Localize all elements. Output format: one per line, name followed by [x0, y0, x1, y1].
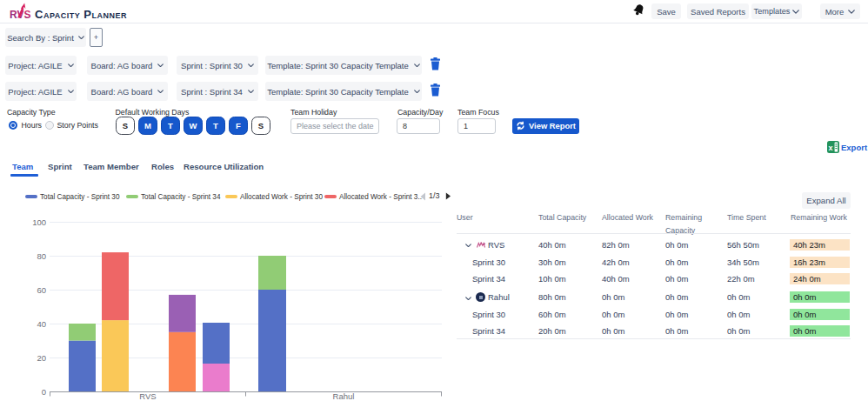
svg-text:100: 100: [32, 217, 46, 227]
svg-text:80: 80: [37, 251, 46, 261]
svg-text:0: 0: [42, 387, 46, 397]
svg-text:20: 20: [37, 353, 46, 363]
svg-text:60: 60: [37, 285, 46, 295]
svg-text:x: x: [829, 144, 833, 152]
svg-text:40: 40: [37, 319, 46, 329]
svg-text:Rahul: Rahul: [333, 391, 355, 401]
svg-text:RVS: RVS: [139, 391, 156, 401]
